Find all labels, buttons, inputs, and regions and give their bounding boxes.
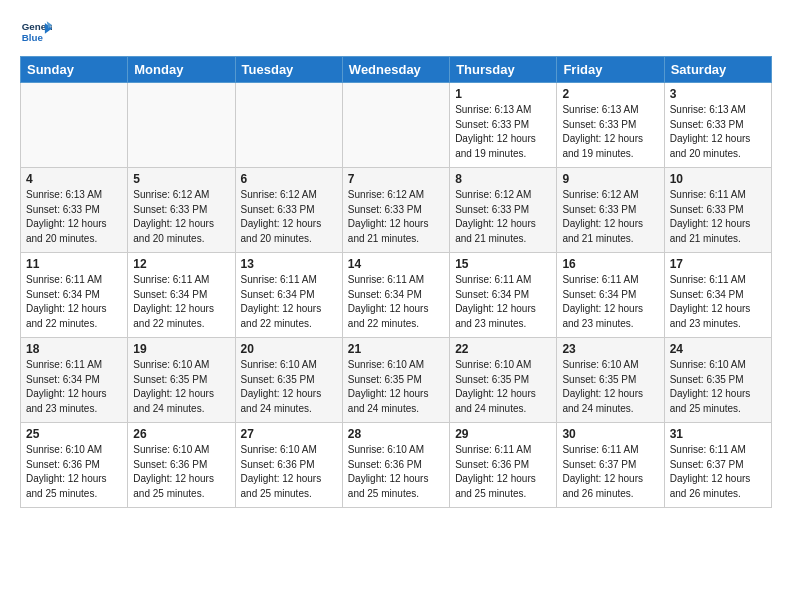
day-header-wednesday: Wednesday (342, 57, 449, 83)
day-number: 10 (670, 172, 766, 186)
calendar-cell: 4Sunrise: 6:13 AM Sunset: 6:33 PM Daylig… (21, 168, 128, 253)
day-number: 13 (241, 257, 337, 271)
day-info: Sunrise: 6:12 AM Sunset: 6:33 PM Dayligh… (133, 188, 229, 246)
day-number: 27 (241, 427, 337, 441)
day-info: Sunrise: 6:10 AM Sunset: 6:35 PM Dayligh… (241, 358, 337, 416)
calendar-table: SundayMondayTuesdayWednesdayThursdayFrid… (20, 56, 772, 508)
day-info: Sunrise: 6:11 AM Sunset: 6:34 PM Dayligh… (562, 273, 658, 331)
calendar-cell: 12Sunrise: 6:11 AM Sunset: 6:34 PM Dayli… (128, 253, 235, 338)
calendar-cell: 18Sunrise: 6:11 AM Sunset: 6:34 PM Dayli… (21, 338, 128, 423)
day-info: Sunrise: 6:11 AM Sunset: 6:34 PM Dayligh… (133, 273, 229, 331)
calendar-cell: 9Sunrise: 6:12 AM Sunset: 6:33 PM Daylig… (557, 168, 664, 253)
day-info: Sunrise: 6:10 AM Sunset: 6:36 PM Dayligh… (26, 443, 122, 501)
day-number: 25 (26, 427, 122, 441)
calendar-cell: 16Sunrise: 6:11 AM Sunset: 6:34 PM Dayli… (557, 253, 664, 338)
calendar-cell: 19Sunrise: 6:10 AM Sunset: 6:35 PM Dayli… (128, 338, 235, 423)
calendar-cell: 8Sunrise: 6:12 AM Sunset: 6:33 PM Daylig… (450, 168, 557, 253)
calendar-cell: 14Sunrise: 6:11 AM Sunset: 6:34 PM Dayli… (342, 253, 449, 338)
logo: General Blue (20, 16, 52, 48)
day-info: Sunrise: 6:10 AM Sunset: 6:36 PM Dayligh… (241, 443, 337, 501)
calendar-cell: 17Sunrise: 6:11 AM Sunset: 6:34 PM Dayli… (664, 253, 771, 338)
day-number: 20 (241, 342, 337, 356)
day-number: 15 (455, 257, 551, 271)
day-header-saturday: Saturday (664, 57, 771, 83)
day-number: 1 (455, 87, 551, 101)
day-info: Sunrise: 6:10 AM Sunset: 6:36 PM Dayligh… (348, 443, 444, 501)
day-header-sunday: Sunday (21, 57, 128, 83)
day-info: Sunrise: 6:12 AM Sunset: 6:33 PM Dayligh… (241, 188, 337, 246)
day-info: Sunrise: 6:10 AM Sunset: 6:36 PM Dayligh… (133, 443, 229, 501)
main-container: General Blue SundayMondayTuesdayWednesda… (0, 0, 792, 524)
day-number: 14 (348, 257, 444, 271)
day-info: Sunrise: 6:12 AM Sunset: 6:33 PM Dayligh… (455, 188, 551, 246)
calendar-cell: 23Sunrise: 6:10 AM Sunset: 6:35 PM Dayli… (557, 338, 664, 423)
day-info: Sunrise: 6:12 AM Sunset: 6:33 PM Dayligh… (348, 188, 444, 246)
day-number: 18 (26, 342, 122, 356)
day-header-thursday: Thursday (450, 57, 557, 83)
day-info: Sunrise: 6:13 AM Sunset: 6:33 PM Dayligh… (670, 103, 766, 161)
day-info: Sunrise: 6:12 AM Sunset: 6:33 PM Dayligh… (562, 188, 658, 246)
day-info: Sunrise: 6:11 AM Sunset: 6:33 PM Dayligh… (670, 188, 766, 246)
day-info: Sunrise: 6:11 AM Sunset: 6:34 PM Dayligh… (455, 273, 551, 331)
calendar-cell (342, 83, 449, 168)
calendar-cell: 1Sunrise: 6:13 AM Sunset: 6:33 PM Daylig… (450, 83, 557, 168)
day-number: 16 (562, 257, 658, 271)
calendar-cell: 21Sunrise: 6:10 AM Sunset: 6:35 PM Dayli… (342, 338, 449, 423)
day-number: 24 (670, 342, 766, 356)
calendar-cell: 10Sunrise: 6:11 AM Sunset: 6:33 PM Dayli… (664, 168, 771, 253)
day-number: 28 (348, 427, 444, 441)
calendar-cell (128, 83, 235, 168)
day-info: Sunrise: 6:10 AM Sunset: 6:35 PM Dayligh… (348, 358, 444, 416)
calendar-cell: 2Sunrise: 6:13 AM Sunset: 6:33 PM Daylig… (557, 83, 664, 168)
day-number: 23 (562, 342, 658, 356)
day-number: 11 (26, 257, 122, 271)
day-number: 2 (562, 87, 658, 101)
day-info: Sunrise: 6:10 AM Sunset: 6:35 PM Dayligh… (670, 358, 766, 416)
calendar-cell: 13Sunrise: 6:11 AM Sunset: 6:34 PM Dayli… (235, 253, 342, 338)
calendar-cell: 15Sunrise: 6:11 AM Sunset: 6:34 PM Dayli… (450, 253, 557, 338)
calendar-cell: 27Sunrise: 6:10 AM Sunset: 6:36 PM Dayli… (235, 423, 342, 508)
calendar-cell: 31Sunrise: 6:11 AM Sunset: 6:37 PM Dayli… (664, 423, 771, 508)
calendar-cell: 6Sunrise: 6:12 AM Sunset: 6:33 PM Daylig… (235, 168, 342, 253)
calendar-cell: 28Sunrise: 6:10 AM Sunset: 6:36 PM Dayli… (342, 423, 449, 508)
calendar-cell: 7Sunrise: 6:12 AM Sunset: 6:33 PM Daylig… (342, 168, 449, 253)
day-header-monday: Monday (128, 57, 235, 83)
day-number: 4 (26, 172, 122, 186)
calendar-cell: 25Sunrise: 6:10 AM Sunset: 6:36 PM Dayli… (21, 423, 128, 508)
day-number: 17 (670, 257, 766, 271)
calendar-cell: 22Sunrise: 6:10 AM Sunset: 6:35 PM Dayli… (450, 338, 557, 423)
logo-icon: General Blue (20, 16, 52, 48)
week-row-2: 4Sunrise: 6:13 AM Sunset: 6:33 PM Daylig… (21, 168, 772, 253)
day-header-tuesday: Tuesday (235, 57, 342, 83)
day-number: 29 (455, 427, 551, 441)
day-number: 12 (133, 257, 229, 271)
calendar-cell: 24Sunrise: 6:10 AM Sunset: 6:35 PM Dayli… (664, 338, 771, 423)
day-info: Sunrise: 6:10 AM Sunset: 6:35 PM Dayligh… (562, 358, 658, 416)
calendar-cell: 26Sunrise: 6:10 AM Sunset: 6:36 PM Dayli… (128, 423, 235, 508)
week-row-4: 18Sunrise: 6:11 AM Sunset: 6:34 PM Dayli… (21, 338, 772, 423)
day-info: Sunrise: 6:11 AM Sunset: 6:34 PM Dayligh… (26, 273, 122, 331)
day-info: Sunrise: 6:13 AM Sunset: 6:33 PM Dayligh… (455, 103, 551, 161)
day-number: 21 (348, 342, 444, 356)
day-number: 5 (133, 172, 229, 186)
week-row-5: 25Sunrise: 6:10 AM Sunset: 6:36 PM Dayli… (21, 423, 772, 508)
day-info: Sunrise: 6:11 AM Sunset: 6:34 PM Dayligh… (670, 273, 766, 331)
calendar-cell: 3Sunrise: 6:13 AM Sunset: 6:33 PM Daylig… (664, 83, 771, 168)
calendar-cell: 30Sunrise: 6:11 AM Sunset: 6:37 PM Dayli… (557, 423, 664, 508)
day-info: Sunrise: 6:13 AM Sunset: 6:33 PM Dayligh… (562, 103, 658, 161)
day-info: Sunrise: 6:13 AM Sunset: 6:33 PM Dayligh… (26, 188, 122, 246)
week-row-3: 11Sunrise: 6:11 AM Sunset: 6:34 PM Dayli… (21, 253, 772, 338)
day-number: 19 (133, 342, 229, 356)
week-row-1: 1Sunrise: 6:13 AM Sunset: 6:33 PM Daylig… (21, 83, 772, 168)
calendar-cell: 29Sunrise: 6:11 AM Sunset: 6:36 PM Dayli… (450, 423, 557, 508)
day-number: 3 (670, 87, 766, 101)
day-info: Sunrise: 6:10 AM Sunset: 6:35 PM Dayligh… (455, 358, 551, 416)
day-number: 22 (455, 342, 551, 356)
day-number: 7 (348, 172, 444, 186)
day-info: Sunrise: 6:11 AM Sunset: 6:34 PM Dayligh… (348, 273, 444, 331)
day-info: Sunrise: 6:11 AM Sunset: 6:37 PM Dayligh… (562, 443, 658, 501)
day-number: 31 (670, 427, 766, 441)
calendar-cell: 5Sunrise: 6:12 AM Sunset: 6:33 PM Daylig… (128, 168, 235, 253)
day-number: 6 (241, 172, 337, 186)
day-number: 30 (562, 427, 658, 441)
